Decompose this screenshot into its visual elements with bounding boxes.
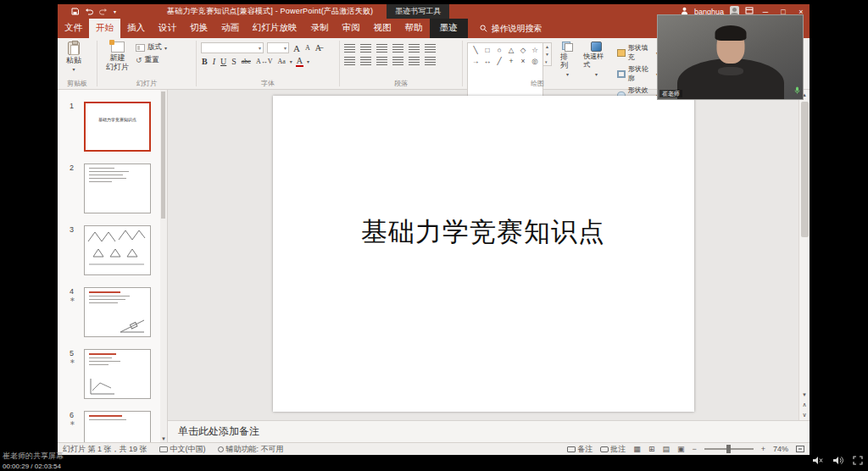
shape-circle2-icon[interactable]: ◎ [531,57,537,65]
shape-rectangle-icon[interactable]: □ [485,46,489,54]
shape-oval-icon[interactable]: ○ [497,46,501,54]
align-left-button[interactable] [344,57,355,65]
italic-button[interactable]: I [212,57,216,66]
language-button[interactable]: 中文(中国) [159,444,206,455]
smartart-convert-button[interactable] [425,57,436,65]
tell-me-search[interactable]: 操作说明搜索 [480,23,542,35]
font-name-select[interactable]: ▾ [201,42,264,53]
scroll-track[interactable] [799,100,810,390]
tab-record[interactable]: 录制 [304,19,336,38]
slide-title-text[interactable]: 基础力学竞赛知识点 [273,214,694,250]
shape-arrow-icon[interactable]: → [472,57,480,65]
numbering-button[interactable] [360,44,371,53]
bold-button[interactable]: B [201,57,209,66]
tab-design[interactable]: 设计 [152,19,183,38]
grow-font-button[interactable]: A [292,43,301,53]
character-spacing-button[interactable]: A↔V [255,58,274,65]
slide-thumbnail[interactable] [84,225,151,275]
layout-button[interactable]: 版式▾ [136,42,167,53]
next-slide-button[interactable]: ∨ [799,410,810,420]
mute-button[interactable] [812,453,823,468]
arrange-button[interactable]: 排列 ▾ [556,41,579,104]
zoom-slider-thumb[interactable] [726,445,731,453]
normal-view-button[interactable]: ▦ [633,445,641,453]
zoom-out-button[interactable]: − [692,445,696,453]
fit-slide-button[interactable] [796,446,804,452]
align-right-button[interactable] [376,57,387,65]
columns-button[interactable] [409,57,420,65]
tab-animations[interactable]: 动画 [214,19,246,38]
shape-line-icon[interactable]: ╲ [473,46,477,54]
tab-view[interactable]: 视图 [367,19,398,38]
tab-home[interactable]: 开始 [89,19,120,38]
volume-button[interactable] [832,453,843,468]
slide-thumbnail[interactable] [84,287,151,337]
notes-toggle[interactable]: 备注 [567,444,593,455]
underline-button[interactable]: U [220,57,227,66]
redo-icon[interactable] [99,8,108,15]
slide-thumbnail[interactable] [84,163,151,213]
slide-thumbnail[interactable]: 基础力学竞赛知识点 [84,102,151,152]
line-spacing-button[interactable] [409,44,420,53]
comments-toggle[interactable]: 批注 [600,444,626,455]
tab-file[interactable]: 文件 [58,19,89,38]
strikethrough-button[interactable]: abc [241,58,252,65]
font-size-select[interactable]: ▾ [267,42,289,53]
align-center-button[interactable] [360,57,371,65]
tab-slideshow[interactable]: 幻灯片放映 [246,19,304,38]
shape-line2-icon[interactable]: ╱ [497,57,501,65]
scroll-thumb[interactable] [801,102,809,237]
accessibility-status[interactable]: 辅助功能: 不可用 [218,444,284,455]
notes-pane[interactable]: 单击此处添加备注 [168,420,810,442]
slide-thumbnail[interactable] [84,411,151,442]
undo-icon[interactable] [85,8,93,15]
scroll-down-button[interactable]: ▼ [799,390,810,400]
zoom-slider[interactable] [704,448,754,450]
save-icon[interactable] [71,8,79,15]
shape-double-arrow-icon[interactable]: ↔ [484,57,492,65]
font-color-button[interactable]: A [296,56,303,67]
indent-decrease-button[interactable] [376,44,387,53]
shrink-font-button[interactable]: A [304,44,311,52]
shape-plus-icon[interactable]: + [509,57,514,65]
tab-ink[interactable]: 墨迹 [430,19,468,38]
text-shadow-button[interactable]: S [231,57,237,66]
quick-styles-button[interactable]: 快速样式 ▾ [579,41,614,104]
indent-increase-button[interactable] [392,44,403,53]
thumbnail-scroll-down-button[interactable]: ▼ [160,436,167,441]
tab-insert[interactable]: 插入 [120,19,152,38]
new-slide-button[interactable]: 新建 幻灯片 [102,41,133,72]
previous-slide-button[interactable]: ∧ [799,400,810,410]
gallery-scroll-up-icon[interactable]: ▲ [545,44,549,49]
fullscreen-button[interactable] [853,453,863,468]
gallery-scroll-down-icon[interactable]: ▼ [545,52,549,57]
reset-button[interactable]: ↺重置 [136,55,167,65]
zoom-in-button[interactable]: + [761,445,765,453]
text-direction-button[interactable] [425,44,436,53]
slide-counter[interactable]: 幻灯片 第 1 张，共 19 张 [63,444,147,455]
gallery-more-icon[interactable]: ▾ [545,59,549,64]
shape-triangle-icon[interactable]: △ [509,46,515,54]
slide-thumbnail[interactable] [84,349,151,399]
slide-editing-surface[interactable]: 基础力学竞赛知识点 [273,96,694,412]
tab-transitions[interactable]: 切换 [183,19,214,38]
paste-button[interactable]: 粘贴 ▾ [62,41,86,75]
tab-review[interactable]: 审阅 [336,19,367,38]
zoom-percentage[interactable]: 74% [773,445,788,453]
chevron-down-icon: ▾ [290,58,292,64]
bullets-button[interactable] [344,44,355,53]
justify-button[interactable] [392,57,403,65]
change-case-button[interactable]: Aa [276,58,286,65]
shape-diamond-icon[interactable]: ◇ [520,46,526,54]
thumbnail-scrollbar[interactable] [160,90,167,442]
thumbnail-scroll-thumb[interactable] [161,91,165,219]
shape-multiply-icon[interactable]: × [521,57,526,65]
reading-view-button[interactable]: ▤ [662,445,670,453]
quick-access-dropdown-icon[interactable]: ▾ [114,8,116,14]
shape-fill-button[interactable]: 形状填充▾ [617,43,659,62]
slide-sorter-button[interactable]: ⊞ [648,445,655,453]
slideshow-button[interactable]: ▣ [677,445,685,453]
clear-formatting-button[interactable]: A̶ [314,43,322,53]
shape-star-icon[interactable]: ☆ [531,46,538,54]
tab-help[interactable]: 帮助 [398,19,430,38]
